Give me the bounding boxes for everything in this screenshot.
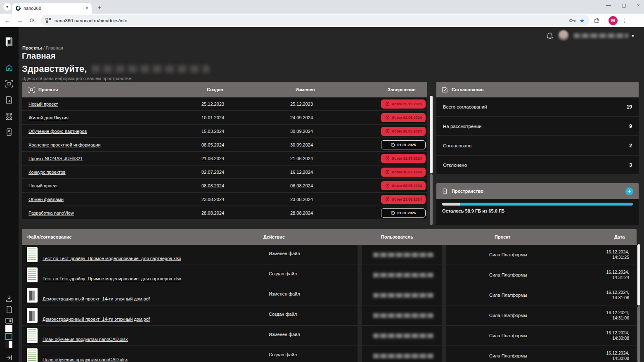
url-text[interactable]: nano360.nanocad.ru/bim/docs/info: [54, 18, 566, 23]
sidebar-panel-icon[interactable]: [5, 317, 13, 325]
timestamp: 16.12.2024,14:30:08: [606, 350, 637, 361]
table-row[interactable]: Разработка nanoView 28.08.2024 28.08.202…: [22, 206, 427, 220]
add-space-button[interactable]: +: [625, 187, 633, 195]
user-menu-chevron-down-icon[interactable]: ▾: [632, 33, 634, 39]
browser-profile-avatar[interactable]: M: [608, 16, 618, 25]
project-link[interactable]: Проект NC24AS-JUH#321: [22, 156, 201, 161]
table-row[interactable]: Обмен файлами 23.08.2024 23.08.2024 Исте…: [22, 193, 427, 206]
sidebar-storage-icon[interactable]: [5, 128, 13, 136]
table-row[interactable]: Тест по Тест-драйву_Прямое моделирование…: [22, 245, 637, 265]
storage-remaining-label: Осталось 58.9 ГБ из 65.0 ГБ: [442, 208, 633, 213]
browser-tab[interactable]: nano360 ×: [12, 3, 92, 14]
table-row[interactable]: Новый проект 08.08.2024 08.08.2024 Истек…: [22, 179, 427, 193]
bookmark-star-icon[interactable]: ★: [579, 17, 585, 24]
col-action: Действие: [263, 234, 381, 239]
action-label: Изменен файл: [269, 285, 300, 296]
file-link[interactable]: Тест по Тест-драйву_Прямое моделирование…: [43, 256, 181, 261]
sidebar-home-icon[interactable]: [5, 64, 13, 72]
breadcrumb-projects[interactable]: Проекты: [22, 45, 42, 50]
reload-icon[interactable]: ⟳: [28, 17, 36, 24]
clock-icon: [385, 129, 390, 133]
file-link[interactable]: План обучения продуктам nanoCAD.xlsx: [43, 337, 128, 342]
new-tab-button[interactable]: +: [98, 3, 102, 10]
window-close-button[interactable]: ×: [637, 2, 640, 8]
nano360-logo-icon[interactable]: [3, 35, 15, 49]
sidebar-projects-icon[interactable]: [5, 80, 13, 88]
col-file: Файл/согласование: [27, 234, 263, 239]
app-sidebar: A: [0, 27, 19, 362]
action-label: Создан файл: [269, 346, 297, 357]
timestamp: 16.12.2024,14:31:06: [606, 310, 637, 321]
file-link[interactable]: Демонстрационный проект_14-ти этажный до…: [43, 296, 150, 301]
project-name: Сила Платформы: [446, 313, 527, 318]
project-link[interactable]: Разработка nanoView: [22, 211, 201, 215]
sidebar-expand-icon[interactable]: [5, 354, 13, 362]
browser-menu-icon[interactable]: ⋮: [622, 17, 627, 24]
address-bar[interactable]: nano360.nanocad.ru/bim/docs/info ★: [40, 15, 590, 26]
site-settings-icon[interactable]: [45, 18, 51, 24]
project-link[interactable]: Новый проект: [22, 102, 201, 106]
table-row[interactable]: Новый проект 25.12.2023 25.12.2023 Истек…: [22, 97, 427, 111]
space-title: Пространство: [452, 189, 483, 194]
approvals-total-count: 19: [627, 104, 632, 110]
notifications-bell-icon[interactable]: [547, 32, 553, 40]
password-key-icon[interactable]: [569, 19, 576, 23]
table-row[interactable]: Хранение проектной информации 08.05.2024…: [22, 138, 427, 152]
space-card: Пространство + Осталось 58.9 ГБ из 65.0 …: [436, 183, 639, 225]
greeting-text: Здравствуйте,: [22, 64, 87, 74]
activity-scrollbar[interactable]: [637, 244, 640, 362]
table-row[interactable]: Демонстрационный проект_14-ти этажный до…: [22, 285, 637, 305]
table-row[interactable]: Демонстрационный проект_14-ти этажный до…: [22, 305, 637, 325]
project-link[interactable]: Обучение фокус-партнеров: [22, 129, 201, 134]
sidebar-download-icon[interactable]: [5, 294, 13, 303]
forward-icon[interactable]: →: [16, 17, 24, 24]
project-link[interactable]: Хранение проектной информации: [22, 142, 201, 147]
file-link[interactable]: Демонстрационный проект_14-ти этажный до…: [43, 317, 150, 322]
table-row[interactable]: Проект NC24AS-JUH#321 21.06.2024 21.06.2…: [22, 152, 427, 166]
project-link[interactable]: Новый проект: [22, 183, 201, 188]
file-link[interactable]: Тест по Тест-драйву_Прямое моделирование…: [43, 276, 181, 281]
xlsx-file-thumbnail: [27, 247, 38, 262]
user-name-blurred: [373, 253, 433, 257]
project-name: Сила Платформы: [446, 353, 527, 358]
window-maximize-button[interactable]: ▢: [622, 2, 626, 8]
approvals-card-header: Согласования: [436, 82, 639, 97]
project-link[interactable]: Обмен файлами: [22, 197, 201, 202]
project-name: Сила Платформы: [446, 333, 527, 338]
table-row[interactable]: Жилой дом Якутия 10.01.2024 24.09.2024 И…: [22, 111, 427, 125]
user-avatar[interactable]: [558, 30, 569, 41]
file-link[interactable]: План обучения продуктам nanoCAD.xlsx: [43, 357, 128, 362]
window-minimize-button[interactable]: —: [606, 2, 611, 8]
table-row[interactable]: План обучения продуктам nanoCAD.xlsx Изм…: [22, 326, 637, 345]
timestamp: 16.12.2024,14:31:24: [606, 270, 637, 280]
clock-icon: [391, 142, 395, 147]
col-date: Дата: [614, 234, 637, 239]
status-badge: Истек 23.08.2024: [381, 195, 426, 204]
back-icon[interactable]: ←: [3, 17, 12, 24]
theme-dark-button[interactable]: [5, 333, 12, 340]
extensions-icon[interactable]: [594, 17, 600, 24]
clock-icon: [385, 156, 390, 161]
status-badge: 01.01.2025: [381, 140, 426, 149]
project-link[interactable]: Жилой дом Якутия: [22, 115, 201, 120]
table-row[interactable]: Обучение фокус-партнеров 15.03.2024 30.0…: [22, 125, 427, 138]
tab-title: nano360: [24, 6, 83, 11]
sidebar-users-icon[interactable]: [5, 112, 13, 120]
xlsx-file-thumbnail: [27, 328, 38, 343]
theme-auto-button[interactable]: [5, 341, 12, 348]
projects-scrollbar[interactable]: [430, 96, 433, 225]
tab-close-icon[interactable]: ×: [85, 5, 88, 11]
theme-light-button[interactable]: [5, 325, 12, 332]
status-badge: Истек 16.07.2024: [381, 168, 426, 177]
sidebar-file-icon[interactable]: [5, 305, 13, 314]
user-name-blurred: [373, 354, 433, 358]
table-row[interactable]: Тест по Тест-драйву_Прямое моделирование…: [22, 265, 637, 285]
status-badge: 01.01.2025: [381, 208, 426, 218]
tab-search-chevron-icon[interactable]: ▾: [3, 3, 11, 11]
project-link[interactable]: Конкурс проектов: [22, 170, 201, 175]
table-row[interactable]: Конкурс проектов 02.07.2024 16.12.2024 И…: [22, 166, 427, 179]
sidebar-documents-icon[interactable]: A: [5, 96, 13, 104]
storage-progress-bar: [442, 203, 633, 206]
table-row[interactable]: План обучения продуктам nanoCAD.xlsx Соз…: [22, 346, 637, 362]
user-name-blurred[interactable]: [574, 33, 628, 38]
